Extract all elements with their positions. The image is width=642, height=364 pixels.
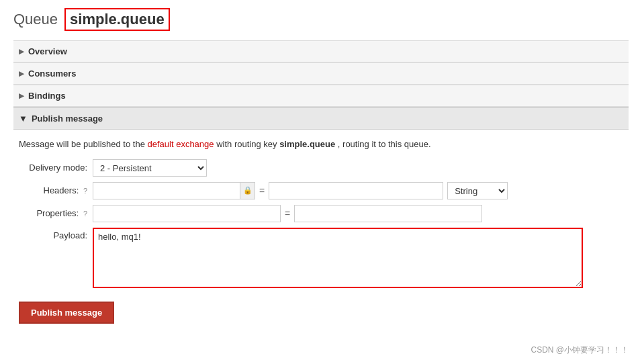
payload-row: Payload: hello, mq1! <box>19 228 623 288</box>
overview-section-header[interactable]: ▶ Overview <box>13 41 629 62</box>
headers-help-icon[interactable]: ? <box>83 187 87 195</box>
overview-arrow-icon: ▶ <box>19 48 24 55</box>
payload-label: Payload: <box>19 228 93 240</box>
bindings-label: Bindings <box>28 91 66 101</box>
publish-info-text: Message will be published to the default… <box>19 138 623 151</box>
info-prefix: Message will be published to the <box>19 139 145 149</box>
bottom-row: Publish message CSDN @小钟要学习！！！ <box>19 295 623 330</box>
queue-name: simple.queue <box>64 8 170 31</box>
delivery-mode-label: Delivery mode: <box>19 163 93 173</box>
properties-label: Properties: ? <box>19 208 93 218</box>
headers-type-select[interactable]: String Integer Double Float Long Short B… <box>447 182 508 199</box>
publish-message-content: Message will be published to the default… <box>13 130 629 338</box>
consumers-section-header[interactable]: ▶ Consumers <box>13 63 629 85</box>
headers-key-input[interactable] <box>93 182 240 199</box>
bindings-section-header[interactable]: ▶ Bindings <box>13 85 629 107</box>
overview-section: ▶ Overview <box>13 40 629 62</box>
publish-message-section: ▼ Publish message Message will be publis… <box>13 107 629 338</box>
properties-row: Properties: ? = <box>19 205 623 222</box>
publish-message-button[interactable]: Publish message <box>19 302 114 324</box>
properties-key-input[interactable] <box>93 205 281 222</box>
consumers-arrow-icon: ▶ <box>19 70 24 77</box>
payload-textarea[interactable]: hello, mq1! <box>93 228 583 288</box>
properties-value-input[interactable] <box>294 205 482 222</box>
delivery-mode-select[interactable]: 1 - Non-persistent 2 - Persistent <box>93 159 207 177</box>
routing-key: simple.queue <box>279 139 335 149</box>
properties-equals: = <box>285 208 290 219</box>
overview-label: Overview <box>28 46 67 56</box>
headers-row: Headers: ? 🔒 = String Integer Double Flo… <box>19 182 623 199</box>
page-title-prefix: Queue <box>13 11 58 28</box>
bindings-section: ▶ Bindings <box>13 85 629 107</box>
publish-message-arrow-icon: ▼ <box>19 113 28 124</box>
headers-lock-button[interactable]: 🔒 <box>240 182 255 199</box>
bindings-arrow-icon: ▶ <box>19 92 24 99</box>
properties-help-icon[interactable]: ? <box>83 210 87 218</box>
headers-label: Headers: ? <box>19 185 93 195</box>
headers-equals: = <box>259 185 265 196</box>
page-title-area: Queue simple.queue <box>13 8 629 31</box>
info-suffix: , routing it to this queue. <box>338 139 431 149</box>
consumers-section: ▶ Consumers <box>13 62 629 85</box>
headers-value-input[interactable] <box>269 182 443 199</box>
info-middle: with routing key <box>216 139 277 149</box>
consumers-label: Consumers <box>28 69 77 79</box>
default-exchange-link[interactable]: default exchange <box>148 139 214 149</box>
delivery-mode-row: Delivery mode: 1 - Non-persistent 2 - Pe… <box>19 159 623 177</box>
watermark: CSDN @小钟要学习！！！ <box>531 345 629 356</box>
publish-message-label: Publish message <box>32 113 103 124</box>
publish-message-section-header[interactable]: ▼ Publish message <box>13 107 629 130</box>
